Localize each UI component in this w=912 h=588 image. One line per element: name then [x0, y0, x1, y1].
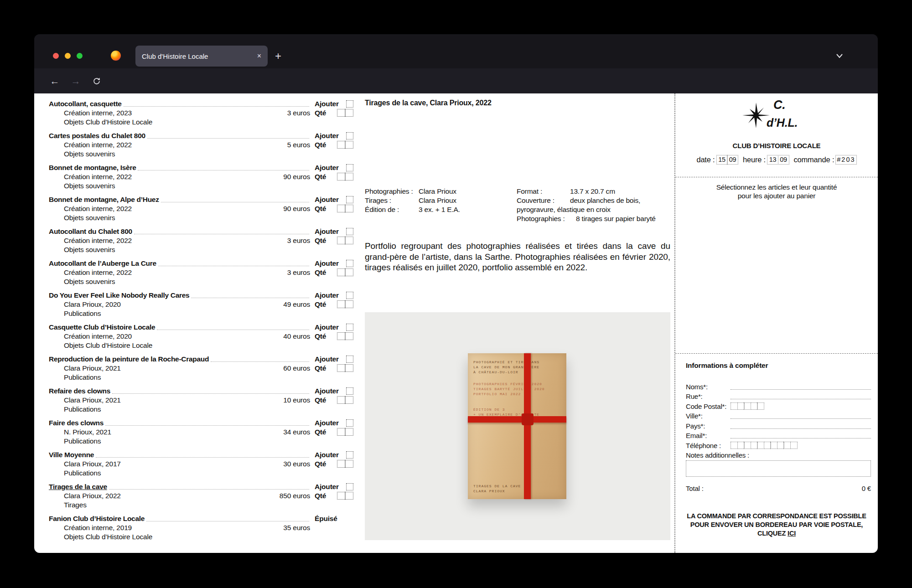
- reload-button[interactable]: [89, 68, 104, 93]
- spec-value: Clara Prioux: [419, 187, 456, 196]
- add-label: Ajouter: [315, 164, 339, 172]
- product-category: Tirages: [64, 501, 87, 509]
- product-row: Autocollant de l’Auberge La Cure Créatio…: [49, 258, 353, 286]
- product-title[interactable]: Autocollant, casquette: [49, 100, 122, 108]
- product-title[interactable]: Reproduction de la peinture de la Roche-…: [49, 355, 209, 363]
- dotted-leader: [146, 521, 309, 521]
- qty-label: Qté: [315, 332, 326, 340]
- add-checkbox[interactable]: [346, 451, 353, 459]
- product-price: 30 euros: [283, 460, 310, 468]
- engraved-text: PHOTOGRAPHIES FÉVRIER 2020 TIRAGES BARYT…: [473, 382, 545, 397]
- country-label: Pays*:: [686, 422, 731, 430]
- product-title[interactable]: Do You Ever Feel Like Nobody Really Care…: [49, 291, 189, 299]
- club-logo: C. d’H.L.: [675, 97, 878, 139]
- qty-input[interactable]: [337, 109, 354, 117]
- product-title[interactable]: Fanion Club d’Histoire Locale: [49, 515, 145, 523]
- names-field[interactable]: [731, 389, 871, 390]
- tab-title: Club d'Histoire Locale: [142, 52, 254, 60]
- product-title[interactable]: Faire des clowns: [49, 419, 104, 427]
- product-byline: Création interne, 2023: [64, 109, 132, 117]
- qty-label: Qté: [315, 109, 326, 117]
- back-button[interactable]: ←: [47, 68, 62, 93]
- minimize-window-button[interactable]: [65, 53, 71, 59]
- new-tab-button[interactable]: +: [275, 50, 281, 62]
- tab-list-chevron-icon[interactable]: [836, 52, 843, 61]
- add-checkbox[interactable]: [346, 356, 353, 363]
- phone-field[interactable]: [731, 442, 798, 449]
- product-title[interactable]: Ville Moyenne: [49, 451, 94, 459]
- order-meta-row: date : 1509 heure : 1309 commande : #203: [675, 153, 878, 166]
- city-field[interactable]: [731, 418, 871, 419]
- add-label: Ajouter: [315, 196, 339, 204]
- product-row: Reproduction de la peinture de la Roche-…: [49, 354, 353, 382]
- product-price: 3 euros: [287, 268, 310, 277]
- add-checkbox[interactable]: [346, 387, 353, 395]
- qty-input[interactable]: [337, 364, 354, 372]
- qty-input[interactable]: [337, 173, 354, 181]
- add-checkbox[interactable]: [346, 324, 353, 331]
- qty-input[interactable]: [337, 332, 354, 340]
- product-title[interactable]: Cartes postales du Chalet 800: [49, 132, 145, 140]
- tab-close-icon[interactable]: ×: [254, 52, 261, 60]
- add-checkbox[interactable]: [346, 164, 353, 171]
- mail-order-link[interactable]: ICI: [788, 530, 796, 537]
- red-elastic-knot: [522, 413, 534, 425]
- add-checkbox[interactable]: [346, 292, 353, 299]
- qty-input[interactable]: [337, 396, 354, 404]
- add-checkbox[interactable]: [346, 419, 353, 427]
- qty-input[interactable]: [337, 300, 354, 308]
- notes-label: Notes additionnelles :: [686, 449, 871, 459]
- product-title[interactable]: Autocollant de l’Auberge La Cure: [49, 259, 156, 268]
- qty-input[interactable]: [337, 492, 354, 500]
- qty-input[interactable]: [337, 205, 354, 212]
- qty-input[interactable]: [337, 268, 354, 276]
- product-row: Autocollant, casquette Création interne,…: [49, 99, 353, 126]
- dotted-leader: [112, 393, 309, 394]
- product-title[interactable]: Tirages de la cave: [49, 483, 107, 491]
- add-checkbox[interactable]: [346, 100, 353, 108]
- add-checkbox[interactable]: [346, 196, 353, 203]
- time-label: heure :: [743, 155, 766, 164]
- add-checkbox[interactable]: [346, 132, 353, 139]
- qty-input[interactable]: [337, 141, 354, 149]
- tab-bar: Club d'Histoire Locale × +: [34, 34, 878, 68]
- city-label: Ville*:: [686, 412, 731, 420]
- spec-label: Format :: [517, 187, 570, 196]
- product-title[interactable]: Autocollant du Chalet 800: [49, 227, 132, 236]
- email-field[interactable]: [731, 438, 871, 438]
- spec-value: Clara Prioux: [419, 196, 456, 205]
- product-title[interactable]: Casquette Club d’Histoire Locale: [49, 323, 155, 331]
- notes-textarea[interactable]: [686, 460, 871, 477]
- add-checkbox[interactable]: [346, 228, 353, 235]
- product-title[interactable]: Bonnet de montagne, Isère: [49, 164, 136, 172]
- close-window-button[interactable]: [53, 53, 59, 59]
- browser-window: Club d'Histoire Locale × + ← → https://c…: [34, 34, 878, 553]
- mail-order-note: LA COMMANDE PAR CORRESPONDANCE EST POSSI…: [679, 512, 874, 538]
- product-category: Objets souvenirs: [64, 278, 115, 286]
- date-value: 1509: [716, 155, 739, 165]
- qty-input[interactable]: [337, 460, 354, 468]
- product-row: Casquette Club d’Histoire Locale Créatio…: [49, 322, 353, 350]
- qty-input[interactable]: [337, 428, 354, 436]
- zoom-window-button[interactable]: [77, 53, 83, 59]
- dotted-leader: [138, 170, 309, 170]
- product-byline: Clara Prioux, 2021: [64, 364, 121, 372]
- product-row: Cartes postales du Chalet 800 Création i…: [49, 131, 353, 158]
- spec-label: Édition de :: [365, 205, 419, 214]
- add-checkbox[interactable]: [346, 260, 353, 267]
- product-byline: Création interne, 2019: [64, 524, 132, 532]
- product-detail: Tirages de la cave, Clara Prioux, 2022 P…: [365, 99, 670, 107]
- country-field[interactable]: [731, 428, 871, 429]
- names-label: Noms*:: [686, 383, 731, 391]
- product-price: 90 euros: [283, 173, 310, 181]
- product-byline: Création interne, 2022: [64, 205, 132, 213]
- zip-field[interactable]: [731, 402, 764, 410]
- order-number-value: #203: [835, 155, 856, 165]
- qty-input[interactable]: [337, 237, 354, 244]
- product-title[interactable]: Refaire des clowns: [49, 387, 110, 395]
- add-checkbox[interactable]: [346, 483, 353, 490]
- street-field[interactable]: [731, 399, 871, 399]
- browser-tab[interactable]: Club d'Histoire Locale ×: [135, 46, 268, 67]
- product-title[interactable]: Bonnet de montagne, Alpe d’Huez: [49, 196, 159, 204]
- form-heading: Informations à compléter: [686, 361, 768, 370]
